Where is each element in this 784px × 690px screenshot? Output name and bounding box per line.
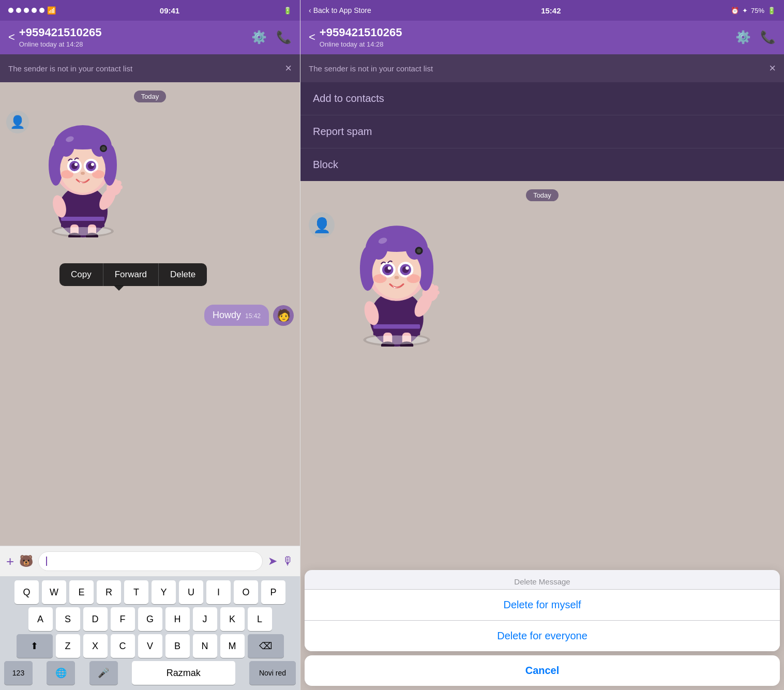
back-button[interactable]: < bbox=[8, 31, 15, 44]
key-d[interactable]: D bbox=[83, 607, 108, 631]
keyboard-row-2: A S D F G H J K L bbox=[2, 607, 298, 631]
input-bar: + 🐻 ➤ 🎙 bbox=[0, 546, 300, 576]
block-item[interactable]: Block bbox=[300, 148, 784, 181]
add-to-contacts-item[interactable]: Add to contacts bbox=[300, 82, 784, 115]
keyboard: Q W E R T Y U I O P A S D F G H J K L ⬆ … bbox=[0, 576, 300, 690]
key-k[interactable]: K bbox=[220, 607, 245, 631]
contact-info-right: +959421510265 Online today at 14:28 bbox=[315, 26, 735, 48]
back-chevron-icon: < bbox=[8, 31, 15, 44]
key-mic-keyboard[interactable]: 🎤 bbox=[89, 661, 118, 685]
settings-icon-right[interactable]: ⚙️ bbox=[735, 30, 751, 44]
settings-icon[interactable]: ⚙️ bbox=[251, 30, 267, 44]
svg-point-52 bbox=[433, 286, 439, 291]
key-o[interactable]: O bbox=[234, 580, 258, 604]
svg-point-38 bbox=[54, 227, 111, 235]
key-t[interactable]: T bbox=[124, 580, 148, 604]
key-l[interactable]: L bbox=[248, 607, 272, 631]
sticker-icon[interactable]: 🐻 bbox=[19, 554, 33, 568]
warning-close-left[interactable]: × bbox=[285, 62, 292, 75]
key-numbers[interactable]: 123 bbox=[4, 661, 33, 685]
message-text: Howdy bbox=[213, 310, 241, 321]
report-spam-item[interactable]: Report spam bbox=[300, 115, 784, 148]
key-shift[interactable]: ⬆ bbox=[17, 634, 53, 658]
key-b[interactable]: B bbox=[165, 634, 190, 658]
warning-text-left: The sender is not in your contact list bbox=[8, 64, 132, 73]
signal-dot-5 bbox=[39, 8, 44, 13]
key-v[interactable]: V bbox=[138, 634, 162, 658]
message-input[interactable] bbox=[38, 551, 263, 571]
key-q[interactable]: Q bbox=[14, 580, 39, 604]
delete-for-everyone-button[interactable]: Delete for everyone bbox=[305, 621, 780, 651]
key-delete[interactable]: ⌫ bbox=[248, 634, 284, 658]
svg-point-37 bbox=[101, 146, 105, 151]
key-a[interactable]: A bbox=[28, 607, 53, 631]
svg-point-73 bbox=[406, 274, 420, 283]
delete-button[interactable]: Delete bbox=[159, 263, 207, 286]
key-h[interactable]: H bbox=[165, 607, 190, 631]
phone-number-right: +959421510265 bbox=[320, 26, 735, 39]
key-j[interactable]: J bbox=[193, 607, 217, 631]
battery-icon: 🔋 bbox=[283, 7, 292, 14]
sticker-svg-right bbox=[340, 202, 454, 347]
date-pill-right: Today bbox=[526, 189, 559, 201]
back-to-app-store[interactable]: ‹ Back to App Store bbox=[309, 6, 371, 14]
online-status-right: Online today at 14:28 bbox=[320, 40, 735, 48]
send-icon[interactable]: ➤ bbox=[268, 554, 277, 568]
key-g[interactable]: G bbox=[138, 607, 162, 631]
sender-avatar: 🧑 bbox=[273, 305, 294, 326]
key-z[interactable]: Z bbox=[56, 634, 80, 658]
delete-for-myself-button[interactable]: Delete for myself bbox=[305, 590, 780, 621]
back-arrow-icon: ‹ bbox=[309, 6, 311, 14]
key-i[interactable]: I bbox=[206, 580, 231, 604]
svg-point-32 bbox=[91, 163, 94, 166]
key-c[interactable]: C bbox=[111, 634, 135, 658]
keyboard-row-1: Q W E R T Y U I O P bbox=[2, 580, 298, 604]
key-space[interactable]: Razmak bbox=[132, 661, 235, 685]
key-n[interactable]: N bbox=[193, 634, 217, 658]
copy-button[interactable]: Copy bbox=[59, 263, 103, 286]
key-w[interactable]: W bbox=[42, 580, 66, 604]
key-u[interactable]: U bbox=[179, 580, 203, 604]
back-button-right[interactable]: < bbox=[309, 31, 315, 44]
key-m[interactable]: M bbox=[220, 634, 245, 658]
online-status: Online today at 14:28 bbox=[19, 40, 251, 48]
right-panel: ‹ Back to App Store 15:42 ⏰ ✦ 75% 🔋 < +9… bbox=[300, 0, 784, 690]
key-s[interactable]: S bbox=[56, 607, 80, 631]
left-panel: 📶 09:41 🔋 < +959421510265 Online today a… bbox=[0, 0, 300, 690]
svg-point-31 bbox=[74, 163, 78, 166]
delete-dialog: Delete Message Delete for myself Delete … bbox=[300, 566, 784, 690]
signal-dot-3 bbox=[24, 8, 29, 13]
key-x[interactable]: X bbox=[83, 634, 108, 658]
forward-button[interactable]: Forward bbox=[103, 263, 159, 286]
svg-rect-41 bbox=[373, 324, 420, 329]
key-e[interactable]: E bbox=[69, 580, 94, 604]
warning-text-right: The sender is not in your contact list bbox=[309, 64, 433, 73]
key-return[interactable]: Novi red bbox=[249, 661, 296, 685]
key-p[interactable]: P bbox=[261, 580, 285, 604]
chat-area-right: Today 👤 bbox=[300, 181, 784, 690]
key-y[interactable]: Y bbox=[152, 580, 176, 604]
svg-point-70 bbox=[388, 266, 391, 269]
status-time-right: 15:42 bbox=[541, 6, 561, 15]
add-icon[interactable]: + bbox=[6, 553, 14, 569]
key-r[interactable]: R bbox=[97, 580, 121, 604]
svg-point-74 bbox=[395, 276, 399, 279]
contact-info: +959421510265 Online today at 14:28 bbox=[15, 26, 251, 48]
delete-dialog-title: Delete Message bbox=[305, 570, 780, 589]
warning-close-right[interactable]: × bbox=[769, 62, 776, 75]
dropdown-menu: Add to contacts Report spam Block bbox=[300, 82, 784, 181]
cancel-button[interactable]: Cancel bbox=[305, 655, 780, 686]
key-globe[interactable]: 🌐 bbox=[47, 661, 75, 685]
key-f[interactable]: F bbox=[111, 607, 135, 631]
keyboard-row-3: ⬆ Z X C V B N M ⌫ bbox=[2, 634, 298, 658]
context-menu-arrow bbox=[114, 286, 124, 291]
call-icon-right[interactable]: 📞 bbox=[760, 30, 776, 44]
message-bubble: Howdy 15:42 bbox=[204, 305, 269, 326]
svg-point-33 bbox=[61, 170, 73, 178]
status-time: 09:41 bbox=[160, 6, 179, 15]
message-time: 15:42 bbox=[245, 312, 261, 320]
mic-icon[interactable]: 🎙 bbox=[282, 554, 294, 568]
svg-point-13 bbox=[116, 181, 122, 186]
call-icon[interactable]: 📞 bbox=[276, 30, 292, 44]
date-bubble-right: Today bbox=[300, 181, 784, 201]
